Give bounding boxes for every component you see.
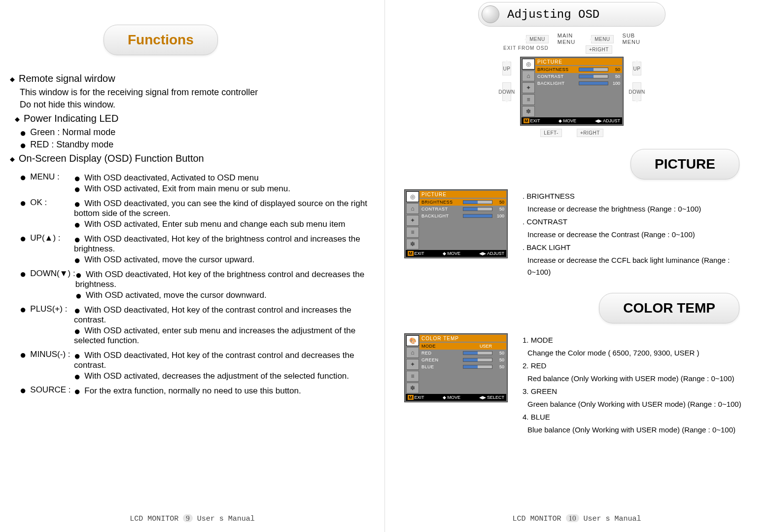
tab-icon: ✦ — [522, 82, 535, 93]
bottom-left-arrow: LEFT- — [540, 129, 562, 137]
osd-row-mode: MODE USER — [419, 343, 506, 350]
main-up-arrow: UP — [502, 62, 511, 75]
right-page-number: 10 — [566, 514, 579, 522]
osd-section-title: PICTURE — [535, 58, 622, 65]
fn-up: ●UP(▲) : ●With OSD deactivated, Hot key … — [20, 233, 370, 266]
exit-osd-label: EXIT FROM OSD — [503, 45, 549, 51]
tab-icon: ⌂ — [406, 347, 419, 358]
submenu-right-arrow: +RIGHT — [586, 45, 612, 54]
remote-line2: Do not hide this window. — [20, 100, 370, 110]
osd-panel-picture: ◎ ⌂ ✦ ≡ ✽ PICTURE BRIGHTNESS50 CONTRAST5… — [404, 189, 508, 258]
colortemp-description: 1. MODE Change the Color mode ( 6500, 72… — [523, 333, 754, 436]
sub-up-arrow: UP — [632, 62, 641, 75]
picture-description: . BRIGHTNESS Increase or decrease the br… — [523, 189, 754, 278]
adjusting-osd-title: Adjusting OSD — [478, 2, 665, 27]
power-green: ●Green : Normal mode — [20, 127, 370, 138]
functions-title: Functions — [104, 25, 218, 55]
tab-icon: ≡ — [406, 371, 419, 382]
picture-tab-icon: ◎ — [406, 191, 419, 202]
fn-down: ●DOWN(▼) : ●With OSD deactivated, Hot ke… — [20, 269, 370, 301]
remote-heading: ◆Remote signal wirdow — [10, 73, 370, 84]
power-red: ●RED : Standby mode — [20, 140, 370, 150]
osd-panel-colortemp: 🎨 ⌂ ✦ ≡ ✽ COLOR TEMP MODE USER RED50 GRE… — [404, 333, 508, 402]
sub-down-arrow: DOWN — [632, 82, 641, 101]
tab-icon: ✽ — [406, 239, 419, 249]
picture-tab-icon: ◎ — [522, 59, 535, 70]
fn-menu: ●MENU : ●With OSD deactivated, Activated… — [20, 172, 370, 195]
colortemp-section-title: COLOR TEMP — [599, 293, 739, 323]
function-list: ●MENU : ●With OSD deactivated, Activated… — [10, 172, 370, 397]
main-down-arrow: DOWN — [502, 82, 511, 101]
left-footer: LCD MONITOR 9 User s Manual — [0, 514, 384, 523]
osd-navigation-diagram: MENU EXIT FROM OSD MAIN MENU MENU +RIGHT… — [444, 32, 700, 139]
osd-row-contrast: CONTRAST 50 — [535, 73, 622, 80]
left-page: Functions ◆Remote signal wirdow This win… — [0, 0, 384, 532]
right-footer: LCD MONITOR 10 User s Manual — [384, 514, 769, 523]
tab-icon: ⌂ — [406, 203, 419, 214]
tab-icon: ≡ — [406, 227, 419, 238]
tab-icon: ≡ — [522, 94, 535, 105]
remote-line1: This window is for the receiving signal … — [20, 87, 370, 98]
fn-minus: ●MINUS(-) : ●With OSD deactivated, Hot k… — [20, 350, 370, 382]
tab-icon: ✽ — [522, 106, 535, 117]
tab-icon: ✦ — [406, 359, 419, 370]
left-page-number: 9 — [183, 514, 193, 522]
menu-arrow-left: MENU — [526, 35, 548, 43]
bottom-right-arrow: +RIGHT — [577, 129, 603, 137]
fn-ok: ●OK : ●With OSD deactivated, you can see… — [20, 198, 370, 230]
tab-icon: ⌂ — [522, 71, 535, 81]
osd-row-brightness: BRIGHTNESS 50 — [535, 66, 622, 73]
tab-icon: ✦ — [406, 215, 419, 226]
fn-plus: ●PLUS(+) : ●With OSD deactivated, Hot ke… — [20, 304, 370, 347]
osd-heading: ◆On-Screen Display (OSD) Function Button — [10, 153, 370, 164]
submenu-menu-arrow: MENU — [591, 35, 613, 43]
power-heading: ◆Power Indicating LED — [15, 113, 370, 124]
right-page: Adjusting OSD MENU EXIT FROM OSD MAIN ME… — [384, 0, 769, 532]
osd-panel-diagram: ◎ ⌂ ✦ ≡ ✽ PICTURE BRIGHTNESS 50 — [520, 57, 624, 126]
osd-row-backlight: BACKLIGHT 100 — [535, 80, 622, 87]
picture-section-title: PICTURE — [630, 149, 739, 179]
picture-section: ◎ ⌂ ✦ ≡ ✽ PICTURE BRIGHTNESS50 CONTRAST5… — [404, 189, 754, 278]
tab-icon: ✽ — [406, 383, 419, 393]
colortemp-section: 🎨 ⌂ ✦ ≡ ✽ COLOR TEMP MODE USER RED50 GRE… — [404, 333, 754, 436]
fn-source: ●SOURCE : ●For the extra function, norma… — [20, 385, 370, 397]
colortemp-tab-icon: 🎨 — [406, 335, 419, 346]
knob-icon — [482, 5, 499, 23]
